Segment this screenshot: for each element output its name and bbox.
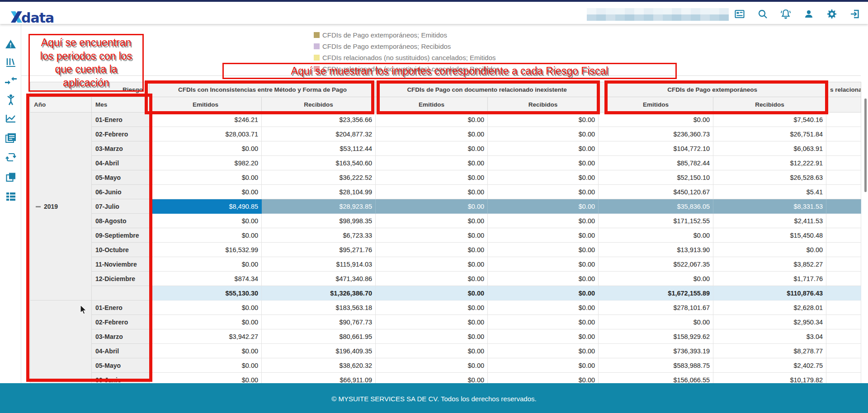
empty-cell[interactable]	[826, 344, 861, 358]
amount-cell[interactable]: $7,540.16	[713, 113, 826, 127]
merge-icon[interactable]	[0, 75, 21, 88]
amount-cell[interactable]: $0.00	[150, 373, 262, 384]
legend-item[interactable]: CFDIs de Pago extemporáneos; Recibidos	[314, 41, 500, 52]
amount-cell[interactable]: $0.00	[150, 257, 262, 272]
amount-cell[interactable]: $16,532.99	[150, 243, 262, 257]
amount-cell[interactable]: $0.00	[376, 272, 488, 286]
amount-cell[interactable]: $196,409.35	[262, 344, 376, 358]
search-icon[interactable]	[757, 8, 769, 20]
amount-cell[interactable]: $183,563.18	[262, 300, 376, 315]
settings-icon[interactable]	[826, 8, 838, 20]
amount-cell[interactable]: $0.00	[376, 127, 488, 141]
news-icon[interactable]	[0, 131, 21, 145]
amount-cell[interactable]: $28,003.71	[150, 127, 262, 141]
library-icon[interactable]	[0, 56, 21, 69]
amount-cell[interactable]: $0.00	[376, 156, 488, 170]
amount-cell[interactable]: $13,913.90	[599, 243, 713, 257]
amount-cell[interactable]: $522,067.35	[599, 257, 713, 272]
amount-cell[interactable]: $52,150.10	[599, 170, 713, 185]
amount-cell[interactable]: $85,782.44	[599, 156, 713, 170]
empty-cell[interactable]	[826, 170, 861, 185]
empty-cell[interactable]	[826, 113, 861, 127]
selected-amount-cell[interactable]: $8,490.85	[150, 199, 262, 214]
chart-icon[interactable]	[0, 112, 21, 125]
empty-cell[interactable]	[826, 358, 861, 373]
alerts-icon[interactable]	[0, 38, 21, 51]
amount-cell[interactable]: $0.00	[376, 286, 488, 300]
amount-cell[interactable]: $0.00	[150, 358, 262, 373]
empty-cell[interactable]	[826, 127, 861, 141]
empty-cell[interactable]	[826, 257, 861, 272]
amount-cell[interactable]: $0.00	[376, 257, 488, 272]
amount-cell[interactable]: $0.00	[376, 373, 488, 384]
empty-cell[interactable]	[826, 185, 861, 199]
amount-cell[interactable]: $28,104.99	[262, 185, 376, 199]
amount-cell[interactable]: $10,179.82	[713, 373, 826, 384]
amount-cell[interactable]: $28,923.85	[262, 199, 376, 214]
amount-cell[interactable]: $23,356.66	[262, 113, 376, 127]
copy-icon[interactable]	[0, 170, 21, 184]
amount-cell[interactable]: $0.00	[150, 344, 262, 358]
amount-cell[interactable]: $583,988.75	[599, 358, 713, 373]
amount-cell[interactable]: $3,942.27	[150, 329, 262, 344]
empty-cell[interactable]	[826, 228, 861, 243]
amount-cell[interactable]: $0.00	[488, 156, 599, 170]
amount-cell[interactable]: $874.34	[150, 272, 262, 286]
amount-cell[interactable]: $163,540.60	[262, 156, 376, 170]
amount-cell[interactable]: $158,929.62	[599, 329, 713, 344]
amount-cell[interactable]: $55,130.30	[150, 286, 262, 300]
amount-cell[interactable]: $95,271.76	[262, 243, 376, 257]
amount-cell[interactable]: $0.00	[376, 113, 488, 127]
amount-cell[interactable]: $156,066.55	[599, 373, 713, 384]
amount-cell[interactable]: $15,450.48	[713, 228, 826, 243]
empty-cell[interactable]	[826, 243, 861, 257]
amount-cell[interactable]: $0.00	[150, 141, 262, 156]
list-icon[interactable]	[0, 190, 21, 203]
empty-cell[interactable]	[826, 315, 861, 329]
amount-cell[interactable]: $0.00	[376, 300, 488, 315]
amount-cell[interactable]: $26,751.84	[713, 127, 826, 141]
amount-cell[interactable]: $2,411.53	[713, 214, 826, 228]
amount-cell[interactable]: $3.04	[713, 329, 826, 344]
empty-cell[interactable]	[826, 286, 861, 300]
amount-cell[interactable]: $0.00	[488, 141, 599, 156]
subcolumn-header-empty[interactable]	[826, 97, 861, 113]
amount-cell[interactable]: $0.00	[488, 300, 599, 315]
xdata-logo[interactable]: data	[10, 4, 57, 26]
user-icon[interactable]	[803, 8, 815, 20]
amount-cell[interactable]: $0.00	[488, 358, 599, 373]
amount-cell[interactable]: $0.00	[150, 170, 262, 185]
legend-item[interactable]: CFDIs relacionados (no sustituidos) canc…	[314, 52, 500, 63]
amount-cell[interactable]: $0.00	[599, 228, 713, 243]
amount-cell[interactable]: $0.00	[488, 329, 599, 344]
amount-cell[interactable]: $0.00	[488, 228, 599, 243]
amount-cell[interactable]: $115,914.03	[262, 257, 376, 272]
amount-cell[interactable]: $6,723.33	[262, 228, 376, 243]
amount-cell[interactable]: $0.00	[150, 185, 262, 199]
amount-cell[interactable]: $0.00	[376, 329, 488, 344]
amount-cell[interactable]: $0.00	[488, 315, 599, 329]
amount-cell[interactable]: $0.00	[376, 170, 488, 185]
amount-cell[interactable]: $0.00	[488, 272, 599, 286]
amount-cell[interactable]: $53,112.44	[262, 141, 376, 156]
amount-cell[interactable]: $0.00	[713, 243, 826, 257]
amount-cell[interactable]: $0.00	[376, 185, 488, 199]
amount-cell[interactable]: $246.21	[150, 113, 262, 127]
amount-cell[interactable]: $0.00	[488, 113, 599, 127]
sync-icon[interactable]	[0, 150, 21, 164]
amount-cell[interactable]: $12,222.91	[713, 156, 826, 170]
amount-cell[interactable]: $0.00	[488, 199, 599, 214]
amount-cell[interactable]: $38,620.32	[262, 358, 376, 373]
amount-cell[interactable]: $0.00	[488, 257, 599, 272]
amount-cell[interactable]: $8,278.77	[713, 344, 826, 358]
amount-cell[interactable]: $5.41	[713, 185, 826, 199]
amount-cell[interactable]: $0.00	[376, 358, 488, 373]
notifications-icon[interactable]	[780, 8, 792, 20]
amount-cell[interactable]: $0.00	[150, 300, 262, 315]
empty-cell[interactable]	[826, 214, 861, 228]
amount-cell[interactable]: $982.20	[150, 156, 262, 170]
empty-cell[interactable]	[826, 156, 861, 170]
amount-cell[interactable]: $98,998.35	[262, 214, 376, 228]
empty-cell[interactable]	[826, 199, 861, 214]
amount-cell[interactable]: $36,222.52	[262, 170, 376, 185]
